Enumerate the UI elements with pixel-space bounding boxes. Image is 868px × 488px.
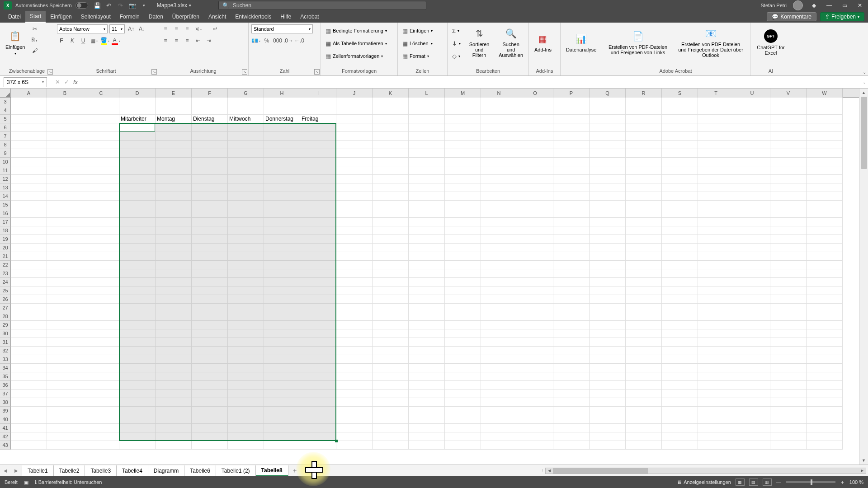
cell[interactable] [336, 286, 373, 295]
cell[interactable] [119, 123, 156, 132]
cell[interactable] [11, 415, 47, 424]
row-header[interactable]: 37 [0, 389, 11, 398]
cell[interactable] [336, 209, 373, 218]
cell[interactable] [662, 209, 698, 218]
comments-button[interactable]: 💬Kommentare [767, 12, 816, 21]
row-header[interactable]: 7 [0, 132, 11, 141]
cell[interactable] [83, 158, 119, 166]
cell[interactable] [553, 244, 590, 252]
cell[interactable] [481, 132, 517, 141]
cell[interactable] [445, 372, 481, 381]
format-painter-icon[interactable]: 🖌 [30, 46, 39, 55]
align-top-icon[interactable]: ≡ [161, 24, 170, 33]
cell[interactable] [83, 407, 119, 415]
cell[interactable] [553, 209, 590, 218]
cell[interactable] [264, 329, 300, 338]
cell[interactable] [445, 218, 481, 226]
cell[interactable] [517, 115, 553, 123]
cell[interactable] [83, 98, 119, 106]
cell[interactable] [11, 312, 47, 321]
cell[interactable] [373, 106, 409, 115]
cell[interactable] [553, 123, 590, 132]
cell[interactable] [807, 244, 843, 252]
cell[interactable] [409, 407, 445, 415]
format-as-table-button[interactable]: ▦Als Tabelle formatieren▾ [324, 39, 389, 48]
find-select-button[interactable]: 🔍 Suchen und Auswählen [496, 24, 526, 61]
cell[interactable] [373, 269, 409, 278]
cell[interactable] [770, 441, 807, 450]
cell[interactable] [336, 175, 373, 183]
cell[interactable] [300, 149, 336, 158]
sheet-tab[interactable]: Tabelle1 (2) [216, 465, 256, 476]
cell[interactable] [336, 381, 373, 389]
cell[interactable] [409, 432, 445, 441]
cell[interactable] [445, 183, 481, 192]
cell[interactable] [445, 235, 481, 244]
cell[interactable] [228, 432, 264, 441]
cell[interactable] [83, 389, 119, 398]
dec-decimal-icon[interactable]: ←.0 [295, 36, 304, 45]
cell[interactable] [373, 149, 409, 158]
cell[interactable] [807, 424, 843, 432]
cell[interactable] [553, 278, 590, 286]
cell[interactable] [553, 329, 590, 338]
column-header[interactable]: H [264, 89, 300, 98]
cell[interactable] [590, 321, 626, 329]
cell[interactable] [807, 98, 843, 106]
row-header[interactable]: 18 [0, 226, 11, 235]
cell[interactable] [626, 355, 662, 364]
row-header[interactable]: 40 [0, 415, 11, 424]
column-header[interactable]: G [228, 89, 264, 98]
cell[interactable] [83, 441, 119, 450]
cell[interactable] [192, 132, 228, 141]
cell[interactable] [83, 304, 119, 312]
cell[interactable] [807, 226, 843, 235]
cell[interactable] [698, 252, 734, 261]
cell[interactable] [734, 269, 770, 278]
cell[interactable] [553, 166, 590, 175]
cell[interactable] [300, 321, 336, 329]
cell[interactable] [445, 106, 481, 115]
data-analysis-button[interactable]: 📊 Datenanalyse [563, 24, 599, 61]
cell[interactable] [228, 372, 264, 381]
cell[interactable] [481, 286, 517, 295]
cell[interactable] [336, 441, 373, 450]
cell[interactable] [734, 149, 770, 158]
restore-icon[interactable]: ▭ [840, 1, 849, 10]
display-settings[interactable]: 🖥Anzeigeeinstellungen [677, 479, 731, 485]
tab-help[interactable]: Hilfe [276, 11, 296, 23]
sheet-tab[interactable]: Tabelle3 [85, 465, 117, 476]
cell[interactable] [119, 286, 156, 295]
cell[interactable] [807, 158, 843, 166]
cell[interactable] [553, 295, 590, 304]
cell[interactable] [83, 106, 119, 115]
cell[interactable] [47, 329, 83, 338]
cell[interactable] [264, 441, 300, 450]
cell[interactable] [156, 347, 192, 355]
cell[interactable] [590, 329, 626, 338]
cell[interactable] [517, 286, 553, 295]
cell[interactable] [734, 407, 770, 415]
horizontal-scrollbar[interactable]: ◀ ▶ [545, 468, 866, 474]
cell[interactable] [336, 192, 373, 201]
sheet-tab[interactable]: Tabelle6 [184, 465, 216, 476]
cell[interactable] [770, 218, 807, 226]
cell[interactable] [156, 304, 192, 312]
cell[interactable] [409, 132, 445, 141]
cell[interactable] [481, 329, 517, 338]
cell[interactable] [662, 166, 698, 175]
cell[interactable] [409, 183, 445, 192]
row-header[interactable]: 11 [0, 166, 11, 175]
cell[interactable] [445, 192, 481, 201]
cell[interactable] [734, 106, 770, 115]
fx-icon[interactable]: fx [71, 78, 80, 87]
copy-icon[interactable]: ⎘▾ [30, 35, 39, 44]
cell[interactable] [228, 106, 264, 115]
cell[interactable] [409, 244, 445, 252]
cell[interactable] [698, 398, 734, 407]
cell[interactable] [264, 381, 300, 389]
cell[interactable] [698, 235, 734, 244]
cell[interactable] [770, 106, 807, 115]
cell[interactable] [336, 312, 373, 321]
cell[interactable] [156, 295, 192, 304]
